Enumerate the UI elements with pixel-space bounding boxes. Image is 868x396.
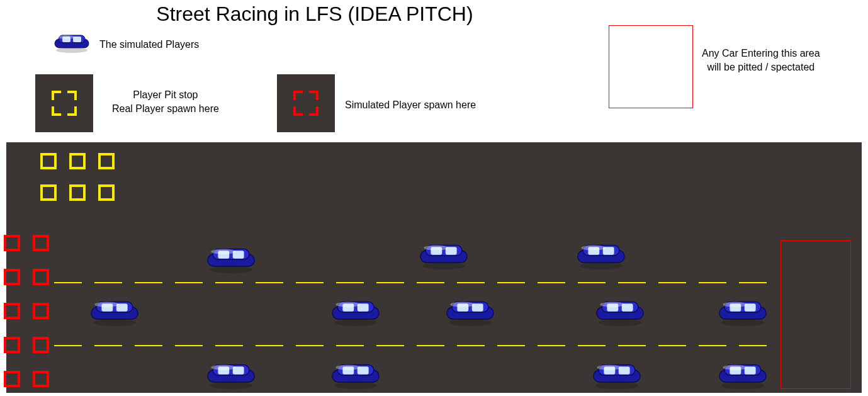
pit-marker [98, 153, 115, 169]
spawn-marker [33, 269, 49, 285]
pit-marker [40, 153, 57, 169]
spawn-marker [33, 337, 49, 353]
car-icon [718, 298, 768, 329]
pit-marker [98, 184, 115, 201]
svg-point-17 [424, 246, 448, 251]
svg-point-48 [721, 319, 765, 326]
svg-point-72 [721, 382, 765, 389]
svg-point-11 [211, 249, 235, 254]
lane-line-upper [54, 278, 772, 283]
spawn-marker [33, 371, 49, 387]
svg-point-18 [580, 263, 623, 269]
svg-point-12 [422, 263, 466, 269]
car-icon [595, 298, 645, 329]
spawn-marker [4, 269, 20, 285]
car-icon [330, 298, 381, 329]
svg-point-36 [449, 319, 492, 326]
legend-pitzone-box [609, 25, 693, 108]
svg-point-41 [450, 302, 475, 307]
svg-point-42 [599, 319, 642, 326]
car-icon [592, 361, 642, 392]
svg-point-30 [334, 319, 378, 326]
legend-car-label: The simulated Players [99, 39, 199, 50]
legend-pitzone-line1: Any Car Entering this area [702, 47, 820, 60]
svg-point-47 [600, 302, 624, 307]
svg-point-66 [595, 382, 639, 389]
legend-spawn-label: Simulated Player spawn here [345, 99, 476, 111]
svg-point-24 [93, 319, 137, 326]
svg-point-60 [334, 382, 378, 389]
svg-point-77 [723, 365, 747, 370]
legend-pitzone-line2: will be pitted / spectated [702, 60, 820, 74]
car-icon [206, 246, 256, 276]
page-title: Street Racing in LFS (IDEA PITCH) [0, 3, 629, 26]
svg-point-54 [210, 382, 253, 389]
car-icon [54, 33, 90, 53]
svg-point-29 [94, 302, 119, 307]
pit-marker [40, 184, 57, 201]
car-icon [206, 361, 256, 392]
spawn-marker [4, 235, 20, 251]
car-icon [445, 298, 495, 329]
diagram-page: Street Racing in LFS (IDEA PITCH) The si… [0, 0, 868, 396]
legend-pit-label-line1: Player Pit stop [112, 88, 219, 102]
svg-point-59 [211, 365, 235, 370]
spawn-marker [4, 371, 20, 387]
legend-car-icon [54, 33, 90, 55]
legend-pit-label: Player Pit stop Real Player spawn here [112, 88, 219, 116]
legend-pitzone-label: Any Car Entering this area will be pitte… [702, 47, 820, 74]
svg-point-6 [210, 266, 253, 273]
car-icon [576, 242, 626, 272]
road-area [6, 142, 862, 393]
pit-marker [69, 184, 86, 201]
svg-point-0 [56, 48, 87, 53]
car-icon [718, 361, 768, 392]
pit-spectate-zone [781, 240, 851, 389]
spawn-marker [33, 235, 49, 251]
car-icon [419, 242, 469, 272]
svg-point-53 [723, 302, 747, 307]
car-icon [330, 361, 381, 392]
legend-pit-label-line2: Real Player spawn here [112, 102, 219, 116]
svg-point-65 [335, 365, 360, 370]
spawn-marker [4, 337, 20, 353]
spawn-marker [33, 303, 49, 319]
pit-marker [69, 153, 86, 169]
svg-point-35 [335, 302, 360, 307]
svg-point-71 [597, 365, 621, 370]
lane-line-lower [54, 341, 772, 346]
legend-pit-icon [35, 74, 93, 132]
car-icon [89, 298, 140, 329]
spawn-marker [4, 303, 20, 319]
svg-point-23 [581, 246, 606, 251]
legend-spawn-icon [277, 74, 335, 132]
svg-point-5 [57, 35, 75, 39]
